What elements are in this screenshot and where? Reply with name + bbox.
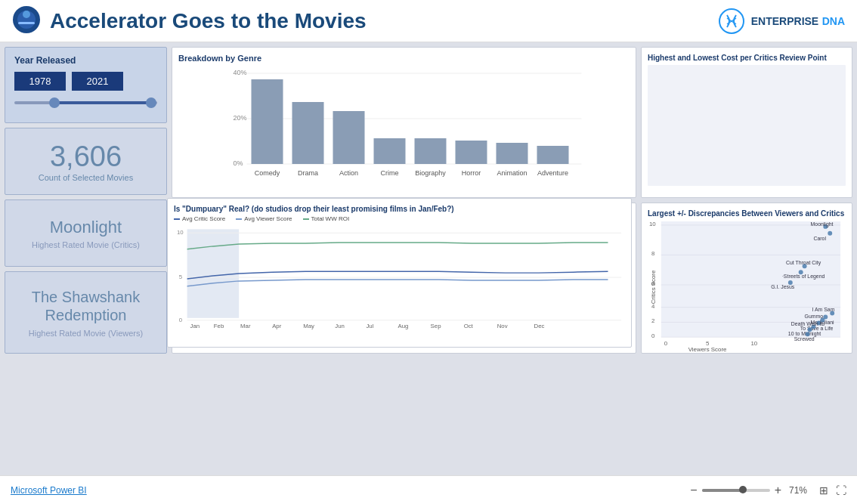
svg-text:Nov: Nov: [497, 323, 508, 329]
svg-text:8: 8: [651, 250, 655, 257]
viewers-label: Highest Rated Movie (Viewers): [14, 329, 157, 338]
svg-text:Horror: Horror: [462, 169, 481, 177]
critics-movie: Moonlight: [14, 218, 157, 237]
genre-panel: Breakdown by Genre 40% 20% 0% Comedy Dra…: [172, 47, 636, 198]
svg-text:Drama: Drama: [298, 169, 318, 177]
svg-rect-15: [292, 102, 324, 164]
zoom-minus-button[interactable]: −: [690, 484, 697, 496]
year-start-input[interactable]: 1978: [14, 72, 66, 91]
zoom-percent: 71%: [789, 485, 807, 496]
page-title: Accelerator Goes to the Movies: [50, 9, 367, 33]
svg-text:G.I. Jesus: G.I. Jesus: [771, 284, 795, 289]
svg-text:·Streets of Legend: ·Streets of Legend: [782, 274, 825, 280]
svg-rect-13: [252, 79, 283, 164]
svg-rect-17: [333, 111, 365, 164]
svg-text:Apr: Apr: [272, 323, 282, 329]
svg-text:0: 0: [179, 317, 183, 323]
svg-text:Death Wish II: Death Wish II: [791, 321, 823, 326]
svg-text:Carol: Carol: [813, 236, 826, 241]
cost-chart-area: [648, 65, 846, 186]
svg-rect-21: [415, 138, 447, 164]
slider-left-thumb[interactable]: [49, 97, 60, 108]
svg-text:5: 5: [179, 274, 183, 280]
svg-text:Adventure: Adventure: [537, 169, 568, 177]
year-filter-panel: Year Released 1978 2021: [5, 47, 167, 123]
zoom-plus-button[interactable]: +: [775, 484, 781, 496]
svg-text:Sep: Sep: [431, 323, 442, 329]
year-filter-title: Year Released: [14, 55, 157, 66]
legend-critic: Avg Critic Score: [174, 215, 225, 222]
svg-text:May: May: [303, 323, 314, 329]
app-icon: [12, 5, 41, 37]
svg-rect-74: [187, 229, 240, 317]
svg-text:Gummo: Gummo: [805, 314, 824, 319]
svg-text:0: 0: [651, 332, 655, 339]
svg-point-2: [23, 11, 30, 18]
svg-text:Screwed: Screwed: [794, 336, 815, 342]
svg-text:Action: Action: [339, 169, 358, 177]
scatter-title: Largest +/- Discrepancies Between Viewer…: [648, 209, 846, 218]
year-slider[interactable]: [14, 101, 157, 115]
svg-text:0: 0: [664, 340, 668, 347]
svg-rect-23: [456, 141, 487, 164]
scatter-panel: Largest +/- Discrepancies Between Viewer…: [641, 203, 852, 354]
svg-text:Feb: Feb: [214, 323, 224, 329]
svg-text:Jul: Jul: [366, 323, 373, 329]
legend-viewer: Avg Viewer Score: [236, 215, 292, 222]
genre-title: Breakdown by Genre: [178, 54, 630, 63]
svg-text:Dec: Dec: [534, 323, 545, 329]
svg-text:10: 10: [177, 229, 184, 236]
scatter-chart: 10 8 6 4 2 0 0 5 10 Viewers Score Critic…: [648, 219, 846, 351]
svg-text:20%: 20%: [234, 114, 247, 122]
viewers-movie: The Shawshank Redemption: [14, 288, 157, 324]
highest-viewers-panel: The Shawshank Redemption Highest Rated M…: [5, 271, 167, 354]
svg-text:10: 10: [649, 221, 656, 227]
cost-panel: Highest and Lowest Cost per Critics Revi…: [641, 47, 852, 198]
zoom-slider[interactable]: [702, 489, 770, 492]
count-panel: 3,606 Count of Selected Movies: [5, 128, 167, 195]
footer: Microsoft Power BI − + 71% ⊞ ⛶: [0, 475, 857, 504]
critics-label: Highest Rated Movie (Critics): [14, 240, 157, 249]
fullscreen-icon[interactable]: ⛶: [836, 484, 846, 496]
dumpuary-chart: 10 5 0 Jan Feb Mar Apr May Jun Jul Aug S…: [174, 224, 625, 330]
logo: ENTERPRISE DNA: [718, 8, 845, 35]
svg-rect-27: [537, 146, 569, 164]
svg-text:Comedy: Comedy: [255, 169, 280, 177]
svg-text:Moonlight: Moonlight: [811, 221, 834, 227]
count-label: Count of Selected Movies: [14, 173, 157, 182]
genre-chart: 40% 20% 0% Comedy Drama Action Crime Bio…: [178, 66, 630, 190]
svg-rect-3: [18, 22, 35, 24]
svg-rect-19: [374, 138, 406, 164]
svg-text:Oct: Oct: [464, 323, 474, 329]
highest-critics-panel: Moonlight Highest Rated Movie (Critics): [5, 199, 167, 267]
svg-text:Biography: Biography: [415, 169, 446, 177]
svg-text:Aug: Aug: [398, 323, 409, 329]
svg-text:Crime: Crime: [381, 169, 399, 177]
svg-text:Viewers Score: Viewers Score: [688, 346, 727, 351]
svg-text:0%: 0%: [234, 159, 243, 167]
fit-page-icon[interactable]: ⊞: [819, 484, 828, 496]
slider-right-thumb[interactable]: [146, 97, 156, 108]
dumpuary-panel: Is "Dumpuary" Real? (do studios drop the…: [167, 198, 632, 348]
left-column: Year Released 1978 2021 3,606 Count of S…: [5, 47, 167, 354]
logo-text: ENTERPRISE DNA: [751, 14, 845, 28]
svg-text:Critics Score: Critics Score: [650, 270, 657, 304]
svg-text:2: 2: [651, 317, 654, 324]
legend-roi: Total WW ROI: [303, 215, 350, 222]
svg-rect-25: [497, 143, 528, 164]
header: Accelerator Goes to the Movies ENTERPRIS…: [0, 0, 857, 42]
count-value: 3,606: [14, 141, 157, 173]
svg-text:Cut Throat City: Cut Throat City: [786, 260, 821, 266]
powerbi-link[interactable]: Microsoft Power BI: [11, 485, 87, 496]
svg-text:40%: 40%: [234, 69, 247, 76]
zoom-controls: − + 71% ⊞ ⛶: [690, 484, 846, 496]
year-end-input[interactable]: 2021: [72, 72, 123, 91]
svg-text:10: 10: [750, 340, 757, 347]
svg-text:Jan: Jan: [190, 323, 200, 329]
svg-text:Mar: Mar: [240, 323, 251, 329]
svg-text:Animation: Animation: [497, 169, 527, 177]
svg-point-49: [828, 231, 832, 236]
svg-text:I Am Sam: I Am Sam: [812, 307, 835, 312]
svg-text:Jun: Jun: [335, 323, 345, 329]
cost-title: Highest and Lowest Cost per Critics Revi…: [648, 54, 846, 62]
